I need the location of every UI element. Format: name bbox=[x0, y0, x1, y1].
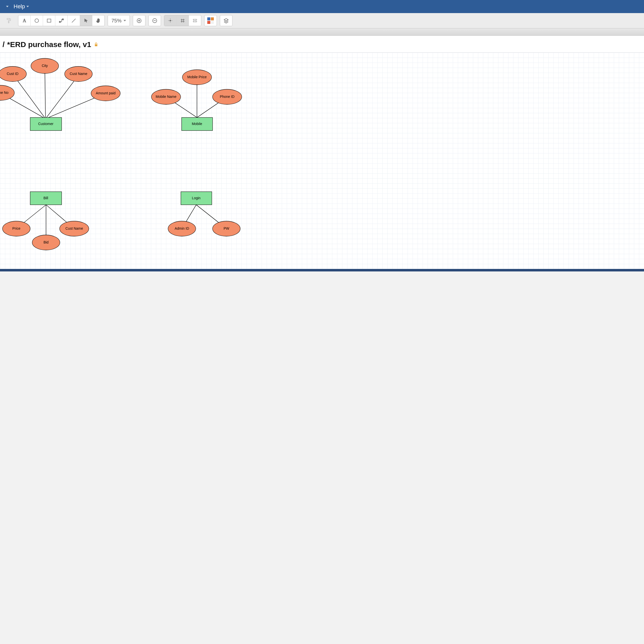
line-icon bbox=[71, 18, 76, 23]
pointer-tool-button[interactable] bbox=[80, 15, 92, 26]
snap-edge-button[interactable] bbox=[189, 15, 201, 26]
menu-item-help[interactable]: Help bbox=[11, 3, 31, 10]
palette-button[interactable] bbox=[204, 15, 217, 26]
line-tool-button[interactable] bbox=[67, 15, 80, 26]
toolbar-shelf bbox=[0, 28, 644, 36]
erd-attribute-label: Mobile Price bbox=[187, 75, 207, 79]
menu-item-truncated[interactable] bbox=[4, 6, 11, 7]
erd-diagram: Cust ID City Cust Name Amount paid ne No… bbox=[0, 53, 275, 269]
edge bbox=[46, 75, 78, 119]
snap-edge-icon bbox=[192, 18, 198, 23]
erd-entity-label: Mobile bbox=[192, 122, 202, 126]
erd-attribute-label: ne No bbox=[0, 91, 9, 95]
erd-attribute-label: Price bbox=[12, 226, 20, 230]
zoom-select[interactable]: 75% bbox=[108, 15, 130, 26]
layers-button[interactable] bbox=[220, 15, 232, 26]
snap-grid-button[interactable] bbox=[176, 15, 189, 26]
lock-icon bbox=[94, 42, 99, 47]
text-icon: A bbox=[22, 18, 27, 23]
erd-attribute-label: Phone ID bbox=[220, 95, 234, 99]
circle-tool-button[interactable] bbox=[30, 15, 43, 26]
text-tool-button[interactable]: A bbox=[18, 15, 30, 26]
breadcrumb-sep: / bbox=[3, 40, 5, 49]
svg-point-8 bbox=[170, 20, 171, 21]
erd-entity-label: Bill bbox=[44, 196, 48, 200]
menu-label: Help bbox=[14, 3, 25, 10]
toolbar: A 75% bbox=[0, 13, 644, 28]
snap-point-button[interactable] bbox=[164, 15, 176, 26]
rectangle-icon bbox=[46, 18, 52, 23]
erd-attribute-label: Mobile Name bbox=[156, 95, 177, 99]
page-title: *ERD purchase flow, v1 bbox=[7, 40, 91, 49]
zoom-in-icon bbox=[136, 18, 142, 23]
paint-format-button[interactable] bbox=[3, 15, 15, 26]
pointer-icon bbox=[84, 18, 89, 23]
erd-attribute-label: Cust Name bbox=[65, 226, 83, 230]
chevron-down-icon bbox=[6, 6, 9, 7]
zoom-out-icon bbox=[152, 18, 157, 23]
snap-point-icon bbox=[168, 18, 173, 23]
footer-bar bbox=[0, 269, 644, 271]
svg-text:A: A bbox=[23, 18, 26, 23]
menubar: Help bbox=[0, 0, 644, 13]
shape-tool-group: A bbox=[18, 15, 105, 26]
erd-attribute-label: Cust Name bbox=[70, 72, 87, 76]
erd-attribute-label: Amount paid bbox=[96, 91, 116, 95]
erd-attribute-label: PW bbox=[224, 226, 229, 230]
svg-rect-9 bbox=[95, 44, 97, 46]
pan-tool-button[interactable] bbox=[92, 15, 104, 26]
zoom-in-button[interactable] bbox=[133, 15, 145, 26]
erd-entity-label: Customer bbox=[38, 122, 54, 126]
canvas[interactable]: Cust ID City Cust Name Amount paid ne No… bbox=[0, 52, 644, 269]
palette-icon bbox=[207, 17, 214, 24]
edge bbox=[45, 68, 46, 119]
zoom-value: 75% bbox=[111, 18, 122, 24]
svg-rect-3 bbox=[47, 19, 51, 22]
erd-attribute-label: City bbox=[42, 64, 48, 68]
svg-rect-0 bbox=[8, 21, 9, 23]
svg-point-2 bbox=[35, 19, 39, 23]
svg-rect-4 bbox=[59, 21, 61, 23]
zoom-out-button[interactable] bbox=[148, 15, 161, 26]
connector-tool-button[interactable] bbox=[55, 15, 67, 26]
erd-entity-label: Login bbox=[192, 196, 200, 200]
snap-tool-group bbox=[164, 15, 201, 26]
layers-icon bbox=[223, 18, 229, 23]
erd-attribute-label: Admin ID bbox=[175, 226, 189, 230]
breadcrumb: / *ERD purchase flow, v1 bbox=[0, 36, 644, 52]
chevron-down-icon bbox=[124, 20, 126, 21]
connector-icon bbox=[59, 18, 64, 23]
rectangle-tool-button[interactable] bbox=[43, 15, 55, 26]
paint-format-icon bbox=[6, 18, 12, 24]
snap-grid-icon bbox=[180, 18, 185, 23]
svg-rect-5 bbox=[62, 19, 64, 20]
pan-hand-icon bbox=[96, 18, 101, 23]
erd-attribute-label: Cust ID bbox=[7, 72, 19, 76]
circle-icon bbox=[34, 18, 39, 23]
erd-attribute-label: Bid bbox=[44, 240, 49, 244]
chevron-down-icon bbox=[26, 6, 29, 7]
